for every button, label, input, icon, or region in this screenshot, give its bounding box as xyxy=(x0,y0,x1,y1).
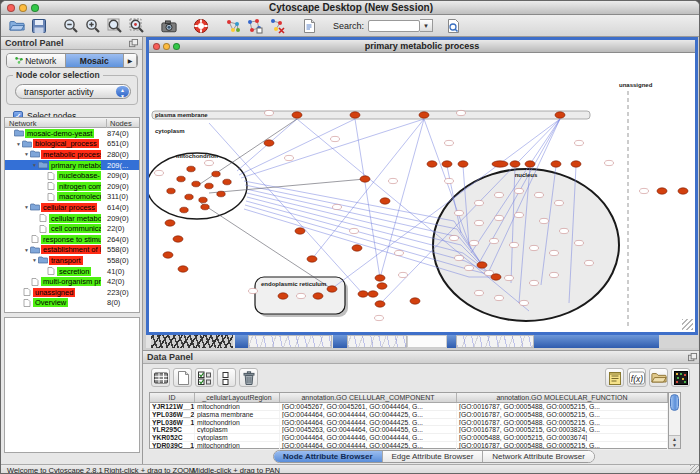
annotation-page-icon[interactable] xyxy=(299,17,319,35)
zoom-selected-region-icon[interactable] xyxy=(127,17,147,35)
tab-node-attribute-browser[interactable]: Node Attribute Browser xyxy=(274,451,383,462)
network-node-unselected[interactable] xyxy=(515,188,524,193)
tree-row[interactable]: ▼transport558(0) xyxy=(5,255,139,266)
network-node-unselected[interactable] xyxy=(495,295,504,300)
attribute-matrix-icon[interactable] xyxy=(671,368,690,387)
tree-row[interactable]: nucleobase-209(0) xyxy=(5,170,139,181)
network-canvas[interactable]: plasma membranecytoplasmmitochondrionnuc… xyxy=(149,53,695,332)
network-node-selected[interactable] xyxy=(657,188,667,194)
network-node-unselected[interactable] xyxy=(350,228,359,233)
background-window-edge[interactable] xyxy=(333,335,347,348)
network-node-selected[interactable] xyxy=(350,112,360,118)
network-node-unselected[interactable] xyxy=(560,228,569,233)
table-vertical-scrollbar[interactable]: ▲▼ xyxy=(669,392,681,449)
tree-row[interactable]: ▼metabolic process280(0) xyxy=(5,149,139,160)
table-row[interactable]: YPL036W__1mitochondrion[GO:0044464, GO:0… xyxy=(150,419,668,427)
network-node-selected[interactable] xyxy=(492,161,508,167)
node-color-dropdown[interactable]: transporter activity ▲▼ xyxy=(15,84,131,99)
table-row[interactable]: YLR295Ccytoplasm[GO:0045263, GO:0044464,… xyxy=(150,426,668,434)
network-node-selected[interactable] xyxy=(177,176,185,182)
network-node-selected[interactable] xyxy=(205,183,213,189)
destroy-network-icon[interactable] xyxy=(267,17,287,35)
tab-network-attribute-browser[interactable]: Network Attribute Browser xyxy=(483,451,593,462)
network-node-selected[interactable] xyxy=(360,176,370,182)
network-node-selected[interactable] xyxy=(477,262,487,268)
network-node-unselected[interactable] xyxy=(535,192,544,197)
network-node-unselected[interactable] xyxy=(285,155,294,160)
network-node-unselected[interactable] xyxy=(585,260,594,265)
table-row[interactable]: YJR121W__1mitochondrion[GO:0045267, GO:0… xyxy=(150,403,668,411)
tree-row[interactable]: ▼cellular process614(0) xyxy=(5,202,139,213)
expand-arrow-icon[interactable]: ▼ xyxy=(23,204,30,210)
network-node-selected[interactable] xyxy=(327,286,337,292)
expand-arrow-icon[interactable]: ▼ xyxy=(23,151,30,157)
background-window-edge[interactable] xyxy=(235,335,248,348)
network-node-unselected[interactable] xyxy=(530,280,539,285)
zoom-fit-content-icon[interactable] xyxy=(105,17,125,35)
network-node-unselected[interactable] xyxy=(495,192,504,197)
background-window-edge[interactable] xyxy=(447,335,456,348)
column-header[interactable]: annotation.GO MOLECULAR_FUNCTION xyxy=(457,393,668,402)
scrollbar-arrows-icon[interactable]: ▲▼ xyxy=(669,435,680,448)
network-node-unselected[interactable] xyxy=(495,215,504,220)
network-node-unselected[interactable] xyxy=(155,170,164,175)
network-node-selected[interactable] xyxy=(292,112,302,118)
network-node-unselected[interactable] xyxy=(333,204,342,209)
table-row[interactable]: YKR052Ccytoplasm[GO:0044464, GO:0044446,… xyxy=(150,434,668,442)
help-lifering-icon[interactable] xyxy=(191,17,211,35)
network-node-selected[interactable] xyxy=(555,112,565,118)
more-tabs-arrow-icon[interactable]: ▶ xyxy=(124,54,137,67)
network-node-selected[interactable] xyxy=(368,291,378,297)
formula-builder-icon[interactable]: f(x) xyxy=(627,368,646,387)
network-node-unselected[interactable] xyxy=(540,218,549,223)
network-node-selected[interactable] xyxy=(458,161,468,167)
scrollbar-thumb[interactable] xyxy=(670,394,679,411)
network-node-unselected[interactable] xyxy=(265,110,274,115)
network-node-unselected[interactable] xyxy=(555,200,564,205)
network-node-selected[interactable] xyxy=(185,194,193,200)
network-node-selected[interactable] xyxy=(377,283,387,289)
expand-arrow-icon[interactable]: ▼ xyxy=(31,162,38,168)
network-node-unselected[interactable] xyxy=(395,250,404,255)
tree-row[interactable]: ▼primary metabo209(... xyxy=(5,160,139,171)
network-node-unselected[interactable] xyxy=(575,240,584,245)
search-config-icon[interactable] xyxy=(443,17,463,35)
tree-row[interactable]: secretion41(0) xyxy=(5,266,139,277)
tree-row[interactable]: multi-organism pro42(0) xyxy=(5,276,139,287)
birdseye-view-panel[interactable] xyxy=(4,317,140,453)
network-node-unselected[interactable] xyxy=(550,250,559,255)
tree-row[interactable]: unassigned223(0) xyxy=(5,287,139,298)
tree-row[interactable]: Overview8(0) xyxy=(5,298,139,309)
network-node-selected[interactable] xyxy=(173,236,183,242)
network-node-unselected[interactable] xyxy=(530,245,539,250)
search-input[interactable] xyxy=(368,20,420,32)
network-node-selected[interactable] xyxy=(678,188,688,194)
network-node-selected[interactable] xyxy=(178,266,188,272)
zoom-in-icon[interactable] xyxy=(83,17,103,35)
network-node-unselected[interactable] xyxy=(455,255,464,260)
network-node-selected[interactable] xyxy=(551,161,561,167)
zoom-out-icon[interactable] xyxy=(61,17,81,35)
network-node-unselected[interactable] xyxy=(375,315,384,320)
network-node-selected[interactable] xyxy=(442,161,452,167)
network-node-selected[interactable] xyxy=(212,171,220,177)
plasma-membrane-region[interactable] xyxy=(152,111,590,119)
background-window-edge[interactable] xyxy=(248,335,332,348)
expand-arrow-icon[interactable]: ▼ xyxy=(31,257,38,263)
background-window-edge[interactable] xyxy=(151,335,233,348)
network-node-unselected[interactable] xyxy=(475,220,484,225)
network-edge[interactable] xyxy=(355,119,380,278)
delete-attribute-icon[interactable] xyxy=(239,368,258,387)
window-resize-grip[interactable] xyxy=(690,465,700,474)
network-node-unselected[interactable] xyxy=(550,272,559,277)
network-node-unselected[interactable] xyxy=(399,272,408,277)
network-node-unselected[interactable] xyxy=(505,275,514,280)
select-first-neighbors-icon[interactable] xyxy=(223,17,243,35)
network-node-unselected[interactable] xyxy=(510,242,519,247)
network-node-unselected[interactable] xyxy=(465,265,474,270)
network-node-selected[interactable] xyxy=(410,298,420,304)
table-row[interactable]: YPL036W__2plasma membrane[GO:0044464, GO… xyxy=(150,411,668,419)
tree-row[interactable]: cellular metabo209(0) xyxy=(5,213,139,224)
tree-row[interactable]: ▼biological_process651(0) xyxy=(5,139,139,150)
select-attributes-icon[interactable] xyxy=(195,368,214,387)
